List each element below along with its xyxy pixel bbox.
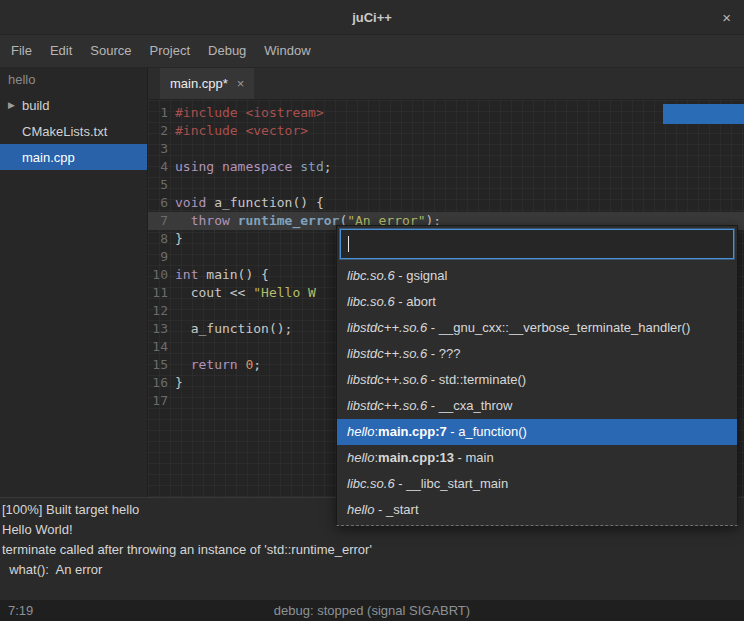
- code-text: }: [168, 230, 183, 248]
- menu-item-source[interactable]: Source: [81, 35, 140, 67]
- code-line[interactable]: 1#include <iostream>: [148, 104, 744, 122]
- project-name: hello: [0, 68, 147, 92]
- line-number: 14: [148, 338, 168, 356]
- stack-frame-item[interactable]: hello - _start: [337, 497, 737, 523]
- line-number: 2: [148, 122, 168, 140]
- stack-frame-item[interactable]: libc.so.6 - gsignal: [337, 263, 737, 289]
- code-text: int main() {: [168, 266, 269, 284]
- stack-frame-item[interactable]: hello:main.cpp:13 - main: [337, 445, 737, 471]
- line-number: 7: [148, 212, 168, 230]
- code-text: return 0;: [168, 356, 261, 374]
- window-title: juCi++: [352, 10, 392, 25]
- stack-frame-item[interactable]: libstdc++.so.6 - std::terminate(): [337, 367, 737, 393]
- console-line: terminate called after throwing an insta…: [2, 540, 744, 560]
- code-text: #include <iostream>: [168, 104, 324, 122]
- line-number: 4: [148, 158, 168, 176]
- menu-item-project[interactable]: Project: [141, 35, 199, 67]
- tabbar: main.cpp* ×: [148, 68, 744, 100]
- debug-status: debug: stopped (signal SIGABRT): [0, 603, 744, 618]
- tree-item-main-cpp[interactable]: main.cpp: [0, 144, 147, 170]
- line-number: 3: [148, 140, 168, 158]
- code-text: [168, 248, 175, 266]
- code-line[interactable]: 4using namespace std;: [148, 158, 744, 176]
- expander-icon[interactable]: ▶: [8, 100, 22, 110]
- code-text: cout << "Hello W: [168, 284, 316, 302]
- line-number: 12: [148, 302, 168, 320]
- menu-item-edit[interactable]: Edit: [41, 35, 81, 67]
- line-number: 17: [148, 392, 168, 410]
- tree-item-build[interactable]: ▶build: [0, 92, 147, 118]
- stack-frame-list: libc.so.6 - gsignallibc.so.6 - abortlibs…: [337, 262, 737, 525]
- code-line[interactable]: 6void a_function() {: [148, 194, 744, 212]
- code-text: [168, 338, 175, 356]
- stack-trace-popup: libc.so.6 - gsignallibc.so.6 - abortlibs…: [336, 225, 738, 526]
- line-number: 13: [148, 320, 168, 338]
- code-text: }: [168, 374, 183, 392]
- tree-item-label: build: [22, 98, 49, 113]
- line-number: 6: [148, 194, 168, 212]
- console-line: what(): An error: [2, 560, 744, 580]
- menu-item-debug[interactable]: Debug: [199, 35, 255, 67]
- stack-frame-item[interactable]: hello:main.cpp:7 - a_function(): [337, 419, 737, 445]
- menu-item-file[interactable]: File: [2, 35, 41, 67]
- stack-frame-item[interactable]: libstdc++.so.6 - ???: [337, 341, 737, 367]
- line-number: 5: [148, 176, 168, 194]
- code-line[interactable]: 2#include <vector>: [148, 122, 744, 140]
- stack-frame-item[interactable]: libc.so.6 - abort: [337, 289, 737, 315]
- code-text: [168, 392, 175, 410]
- stack-frame-item[interactable]: libc.so.6 - __libc_start_main: [337, 471, 737, 497]
- code-text: using namespace std;: [168, 158, 332, 176]
- stack-frame-item[interactable]: libstdc++.so.6 - __cxa_throw: [337, 393, 737, 419]
- code-text: a_function();: [168, 320, 292, 338]
- line-number: 11: [148, 284, 168, 302]
- stack-search-input[interactable]: [341, 230, 733, 258]
- sidebar: hello ▶buildCMakeLists.txtmain.cpp: [0, 68, 148, 497]
- line-number: 1: [148, 104, 168, 122]
- line-number: 8: [148, 230, 168, 248]
- code-text: [168, 302, 175, 320]
- tree-item-cmakelists-txt[interactable]: CMakeLists.txt: [0, 118, 147, 144]
- window-close-button[interactable]: ×: [722, 10, 731, 25]
- tab-main-cpp[interactable]: main.cpp* ×: [160, 68, 254, 99]
- tree-item-label: main.cpp: [22, 150, 75, 165]
- code-line[interactable]: 5: [148, 176, 744, 194]
- code-text: [168, 176, 175, 194]
- app-window: juCi++ × FileEditSourceProjectDebugWindo…: [0, 0, 744, 621]
- line-number: 15: [148, 356, 168, 374]
- stack-search-field: [340, 229, 734, 259]
- statusbar: debug: stopped (signal SIGABRT) 7:19: [0, 600, 744, 621]
- tab-close-icon[interactable]: ×: [237, 76, 245, 91]
- line-number: 9: [148, 248, 168, 266]
- line-number: 16: [148, 374, 168, 392]
- file-tree: ▶buildCMakeLists.txtmain.cpp: [0, 92, 147, 170]
- cursor-position: 7:19: [0, 603, 33, 618]
- menu-item-window[interactable]: Window: [255, 35, 319, 67]
- tab-label: main.cpp*: [170, 76, 228, 91]
- scrollbar-thumb[interactable]: [663, 104, 744, 124]
- menubar: FileEditSourceProjectDebugWindow: [0, 35, 744, 68]
- stack-frame-item[interactable]: libstdc++.so.6 - __gnu_cxx::__verbose_te…: [337, 315, 737, 341]
- code-text: void a_function() {: [168, 194, 324, 212]
- code-text: #include <vector>: [168, 122, 308, 140]
- line-number: 10: [148, 266, 168, 284]
- tree-item-label: CMakeLists.txt: [22, 124, 107, 139]
- code-text: [168, 140, 175, 158]
- code-line[interactable]: 3: [148, 140, 744, 158]
- titlebar: juCi++ ×: [0, 0, 744, 35]
- close-icon: ×: [722, 9, 731, 26]
